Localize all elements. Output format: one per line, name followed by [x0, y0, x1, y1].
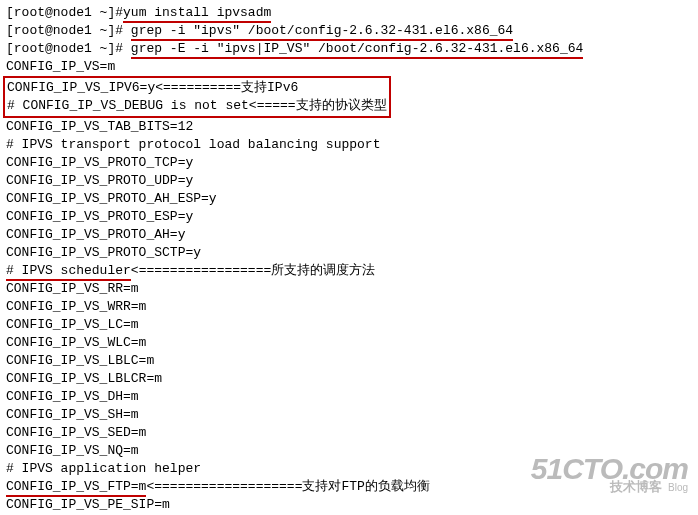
scheduler-annotation: <=================所支持的调度方法 [131, 263, 375, 278]
config-line: CONFIG_IP_VS=m [6, 59, 115, 74]
config-line: # CONFIG_IP_VS_DEBUG is not set<=====支持的… [7, 98, 387, 113]
ftp-annotation: <===================支持对FTP的负载均衡 [146, 479, 429, 494]
config-line: CONFIG_IP_VS_LC=m [6, 317, 139, 332]
scheduler-highlight: # IPVS scheduler [6, 263, 131, 281]
config-line: CONFIG_IP_VS_WRR=m [6, 299, 146, 314]
config-line: CONFIG_IP_VS_WLC=m [6, 335, 146, 350]
config-line: # IPVS application helper [6, 461, 201, 476]
terminal-output: [root@node1 ~]#yum install ipvsadm [root… [6, 4, 692, 514]
ftp-highlight: CONFIG_IP_VS_FTP=m [6, 479, 146, 497]
config-line: CONFIG_IP_VS_RR=m [6, 281, 139, 296]
config-line: CONFIG_IP_VS_PROTO_AH_ESP=y [6, 191, 217, 206]
prompt: [root@node1 ~]# [6, 23, 131, 38]
config-line: CONFIG_IP_VS_PROTO_ESP=y [6, 209, 193, 224]
ftp-line: CONFIG_IP_VS_FTP=m<===================支持… [6, 479, 430, 497]
config-line: CONFIG_IP_VS_TAB_BITS=12 [6, 119, 193, 134]
config-line: CONFIG_IP_VS_PROTO_UDP=y [6, 173, 193, 188]
highlight-box-ipv6: CONFIG_IP_VS_IPV6=y<==========支持IPv6 # C… [3, 76, 391, 118]
config-line: CONFIG_IP_VS_SED=m [6, 425, 146, 440]
config-line: CONFIG_IP_VS_DH=m [6, 389, 139, 404]
cmd-grep-ipvs: grep -i "ipvs" /boot/config-2.6.32-431.e… [131, 23, 513, 41]
cmd-line-grep1: [root@node1 ~]# grep -i "ipvs" /boot/con… [6, 23, 513, 41]
config-line: CONFIG_IP_VS_LBLCR=m [6, 371, 162, 386]
cmd-grep-e-ipvs: grep -E -i "ipvs|IP_VS" /boot/config-2.6… [131, 41, 583, 59]
config-line: CONFIG_IP_VS_PE_SIP=m [6, 497, 170, 512]
scheduler-line: # IPVS scheduler<=================所支持的调度… [6, 263, 375, 281]
cmd-yum-install: yum install ipvsadm [123, 5, 271, 23]
config-line: # IPVS transport protocol load balancing… [6, 137, 380, 152]
config-line: CONFIG_IP_VS_SH=m [6, 407, 139, 422]
prompt: [root@node1 ~]# [6, 5, 123, 20]
prompt: [root@node1 ~]# [6, 41, 131, 56]
config-line: CONFIG_IP_VS_PROTO_AH=y [6, 227, 185, 242]
config-line: CONFIG_IP_VS_PROTO_SCTP=y [6, 245, 201, 260]
config-line: CONFIG_IP_VS_PROTO_TCP=y [6, 155, 193, 170]
config-line: CONFIG_IP_VS_NQ=m [6, 443, 139, 458]
cmd-line-grep2: [root@node1 ~]# grep -E -i "ipvs|IP_VS" … [6, 41, 583, 59]
cmd-line-yum: [root@node1 ~]#yum install ipvsadm [6, 5, 271, 23]
config-line: CONFIG_IP_VS_LBLC=m [6, 353, 154, 368]
config-line: CONFIG_IP_VS_IPV6=y<==========支持IPv6 [7, 80, 298, 95]
